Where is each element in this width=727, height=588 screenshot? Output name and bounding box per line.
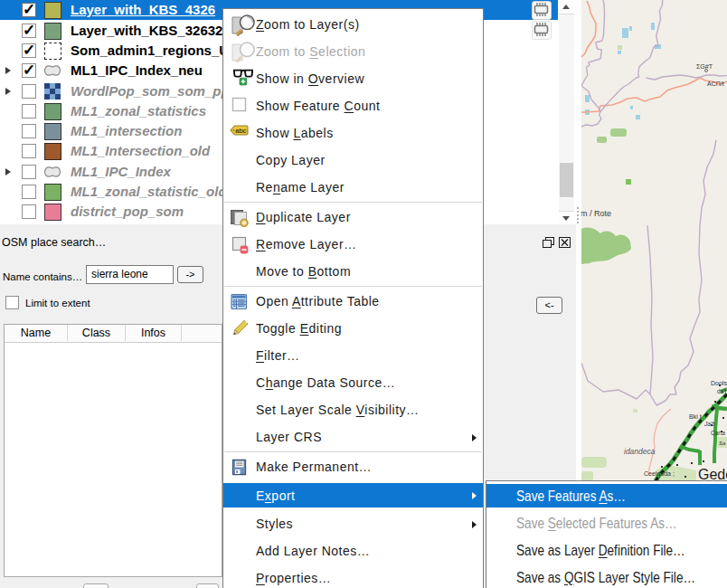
- svg-text:Ja'b: Ja'b: [703, 421, 715, 427]
- svg-text:AСΠ/t: AСΠ/t: [707, 81, 724, 87]
- svg-text:Carta: Carta: [711, 430, 725, 436]
- svg-text:m / Rote: m / Rote: [581, 209, 611, 218]
- svg-text:Sa: Sa: [719, 441, 726, 446]
- svg-text:Ceelqada ;: Ceelqada ;: [644, 470, 675, 478]
- svg-text:da't: da't: [717, 388, 726, 394]
- svg-text:Bki t: Bki t: [689, 413, 702, 420]
- svg-text:Dools: Dools: [711, 380, 727, 386]
- svg-text:abc: abc: [235, 127, 246, 135]
- svg-text:idandeca: idandeca: [624, 447, 656, 456]
- svg-text:ΣG#T: ΣG#T: [696, 63, 713, 70]
